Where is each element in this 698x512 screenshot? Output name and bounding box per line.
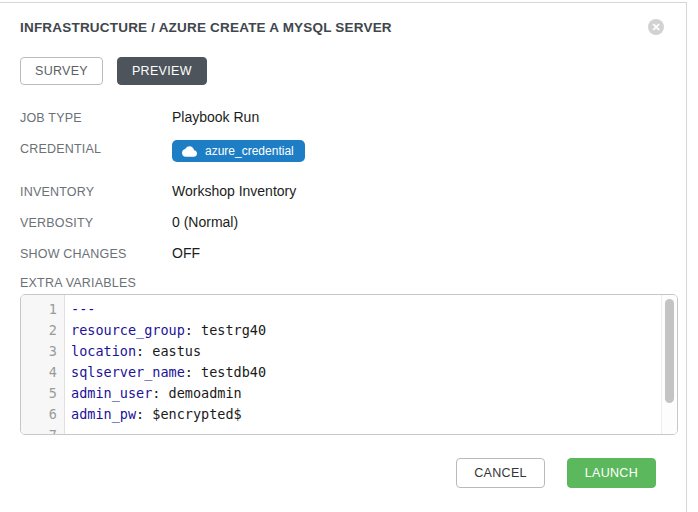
code-line: 3 location: eastus	[21, 341, 677, 362]
detail-row: VERBOSITY 0 (Normal)	[20, 214, 666, 233]
tab-preview[interactable]: PREVIEW	[117, 57, 207, 85]
code-text: location: eastus	[65, 341, 201, 362]
code-rest: : demoadmin	[152, 385, 241, 401]
code-text: admin_user: demoadmin	[65, 383, 242, 404]
detail-value: Workshop Inventory	[172, 183, 296, 199]
detail-value: OFF	[172, 245, 200, 261]
tabs: SURVEY PREVIEW	[20, 57, 666, 85]
launch-preview-modal: INFRASTRUCTURE / AZURE CREATE A MYSQL SE…	[0, 2, 687, 512]
code-key: admin_user	[71, 385, 152, 401]
detail-value: 0 (Normal)	[172, 214, 238, 230]
code-line: 4 sqlserver_name: testdb40	[21, 362, 677, 383]
detail-row: SHOW CHANGES OFF	[20, 245, 666, 264]
modal-title: INFRASTRUCTURE / AZURE CREATE A MYSQL SE…	[20, 19, 666, 35]
code-key: location	[71, 343, 136, 359]
credential-badge[interactable]: azure_credential	[172, 140, 305, 162]
credential-badge-label: azure_credential	[205, 144, 294, 158]
code-line: 6 admin_pw: $encrypted$	[21, 404, 677, 425]
code-line: 1 ---	[21, 299, 677, 320]
detail-value: azure_credential	[172, 140, 305, 162]
detail-value: Playbook Run	[172, 109, 259, 125]
tab-label: PREVIEW	[132, 64, 192, 78]
detail-row: INVENTORY Workshop Inventory	[20, 183, 666, 202]
detail-label: INVENTORY	[20, 183, 172, 199]
cancel-button[interactable]: CANCEL	[456, 458, 545, 488]
code-rest: : testdb40	[185, 364, 266, 380]
detail-label: VERBOSITY	[20, 214, 172, 230]
code-line: 5 admin_user: demoadmin	[21, 383, 677, 404]
code-rest: : testrg40	[185, 322, 266, 338]
code-key: ---	[71, 301, 95, 317]
detail-row: CREDENTIAL azure_credential	[20, 140, 666, 162]
editor-content: 1 --- 2 resource_group: testrg40 3 locat…	[21, 295, 677, 435]
code-text: ---	[65, 299, 95, 320]
detail-row: JOB TYPE Playbook Run	[20, 109, 666, 128]
tab-survey[interactable]: SURVEY	[20, 57, 103, 85]
code-key: admin_pw	[71, 406, 136, 422]
code-rest: : eastus	[136, 343, 201, 359]
tab-label: SURVEY	[35, 64, 88, 78]
extra-variables-label: EXTRA VARIABLES	[20, 276, 666, 290]
launch-button[interactable]: LAUNCH	[567, 458, 656, 488]
footer: CANCEL LAUNCH	[20, 458, 666, 488]
line-number: 7	[21, 425, 65, 435]
detail-label: CREDENTIAL	[20, 140, 172, 156]
line-number: 4	[21, 362, 65, 383]
details: JOB TYPE Playbook Run CREDENTIAL azure_c…	[20, 109, 666, 264]
code-line: 2 resource_group: testrg40	[21, 320, 677, 341]
cloud-icon	[182, 146, 197, 157]
line-number: 3	[21, 341, 65, 362]
code-text: sqlserver_name: testdb40	[65, 362, 266, 383]
editor-scrollbar-thumb[interactable]	[665, 299, 674, 403]
code-line: 7	[21, 425, 677, 435]
code-key: resource_group	[71, 322, 185, 338]
line-number: 1	[21, 299, 65, 320]
line-number: 6	[21, 404, 65, 425]
detail-label: SHOW CHANGES	[20, 245, 172, 261]
code-rest: : $encrypted$	[136, 406, 242, 422]
editor-scrollbar-track[interactable]	[661, 295, 677, 434]
line-number: 2	[21, 320, 65, 341]
close-icon[interactable]: ✕	[648, 19, 664, 35]
line-number: 5	[21, 383, 65, 404]
code-text: admin_pw: $encrypted$	[65, 404, 242, 425]
code-text	[65, 425, 71, 435]
detail-label: JOB TYPE	[20, 109, 172, 125]
extra-variables-editor[interactable]: 1 --- 2 resource_group: testrg40 3 locat…	[20, 294, 678, 435]
code-text: resource_group: testrg40	[65, 320, 266, 341]
code-key: sqlserver_name	[71, 364, 185, 380]
